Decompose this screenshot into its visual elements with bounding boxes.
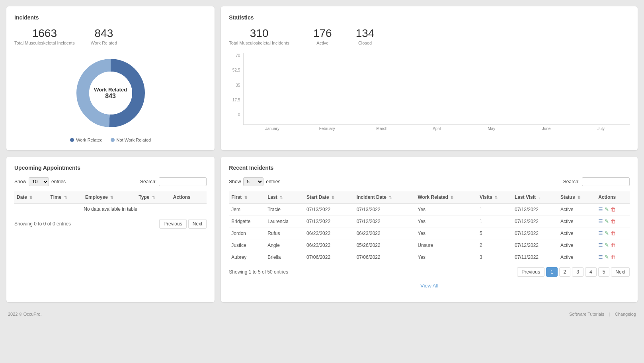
ri-showing-text: Showing 1 to 5 of 50 entries [229,269,288,275]
table-row: Jem Tracie 07/13/2022 07/13/2022 Yes 1 0… [229,204,630,215]
stats-closed-label: Closed [356,41,375,45]
view-all-row: View All [229,277,630,294]
footer-software-tutorials-link[interactable]: Software Tutorials [569,312,604,316]
incidents-card: Incidents 1663 Total Musculoskeletal Inc… [6,6,215,150]
edit-icon[interactable]: ✎ [605,218,609,224]
work-related-label: Work Related [91,41,117,45]
stats-active-number: 176 [313,27,332,40]
bar-label-march: March [356,125,408,131]
sort-icon-employee: ⇅ [110,196,113,200]
delete-icon[interactable]: 🗑 [611,254,616,260]
delete-icon[interactable]: 🗑 [611,218,616,224]
delete-icon[interactable]: 🗑 [611,230,616,236]
donut-label-value: 843 [94,93,127,100]
stats-total-label: Total Musculoskeletal Incidents [229,41,289,45]
view-all-link[interactable]: View All [420,283,438,289]
action-icons: ☰ ✎ 🗑 [598,254,627,260]
ri-search-box: Search: [563,177,630,186]
list-icon[interactable]: ☰ [598,254,603,260]
ri-page-4[interactable]: 4 [585,267,597,277]
bar-chart: 70 52.5 35 17.5 0 [229,53,630,131]
ri-show-entries-group: Show 5 10 25 50 100 entries [229,177,280,186]
delete-icon[interactable]: 🗑 [611,242,616,248]
edit-icon[interactable]: ✎ [605,230,609,236]
list-icon[interactable]: ☰ [598,242,603,248]
ri-col-incident-date[interactable]: Incident Date ⇅ [354,191,416,204]
ri-entries-label: entries [266,179,280,184]
donut-label-title: Work Related [94,87,127,93]
recent-incidents-search-input[interactable] [582,177,630,186]
list-icon[interactable]: ☰ [598,206,603,212]
appointments-search-input[interactable] [159,177,207,186]
edit-icon[interactable]: ✎ [605,254,609,260]
stats-total: 310 Total Musculoskeletal Incidents [229,27,289,45]
edit-icon[interactable]: ✎ [605,242,609,248]
donut-chart-container: Work Related 843 Work Related Not Work R… [14,53,207,142]
bar-label-july: July [575,125,627,131]
ri-col-status[interactable]: Status ⇅ [558,191,596,204]
legend-dot-not-work-related [111,138,115,142]
col-type[interactable]: Type ⇅ [136,191,170,204]
appointments-no-data-row: No data available in table [14,204,207,215]
show-label: Show [14,179,26,184]
table-row: Bridgette Laurencia 07/12/2022 07/12/202… [229,215,630,227]
donut-wrapper: Work Related 843 [71,53,150,133]
col-date[interactable]: Date ⇅ [14,191,48,204]
ri-col-last-visit[interactable]: Last Visit ↕ [512,191,558,204]
ri-show-label: Show [229,179,241,184]
footer-changelog-link[interactable]: Changelog [615,312,636,316]
delete-icon[interactable]: 🗑 [611,206,616,212]
appointments-card: Upcoming Appointments Show 10 5 25 50 10… [6,157,215,302]
col-time[interactable]: Time ⇅ [48,191,83,204]
statistics-title: Statistics [229,14,630,21]
ri-pagination[interactable]: Previous 1 2 3 4 5 Next [517,267,630,277]
ri-page-3[interactable]: 3 [572,267,584,277]
stats-active-label: Active [313,41,332,45]
ri-col-last[interactable]: Last ⇅ [265,191,304,204]
show-entries-group: Show 10 5 25 50 100 entries [14,177,66,186]
bar-label-may: May [465,125,518,131]
table-row: Justice Angie 06/23/2022 05/26/2022 Unsu… [229,239,630,251]
ri-col-visits[interactable]: Visits ⇅ [477,191,512,204]
edit-icon[interactable]: ✎ [605,206,609,212]
legend-work-related: Work Related [70,138,102,142]
ri-page-2[interactable]: 2 [559,267,571,277]
col-actions: Actions [171,191,207,204]
search-label: Search: [140,179,156,184]
incidents-title: Incidents [14,14,207,21]
stats-total-number: 310 [229,27,289,40]
recent-incidents-controls: Show 5 10 25 50 100 entries Search: [229,177,630,186]
work-related-number: 843 [91,27,117,40]
ri-col-start-date[interactable]: Start Date ⇅ [304,191,354,204]
legend-not-work-related: Not Work Related [111,138,151,142]
sort-icon-date: ⇅ [29,196,33,200]
ri-col-work-related[interactable]: Work Related ⇅ [415,191,477,204]
ri-next-button[interactable]: Next [611,267,630,277]
ri-page-1[interactable]: 1 [546,267,558,277]
appointments-next-button[interactable]: Next [188,219,207,229]
ri-search-label: Search: [563,179,580,184]
donut-legend: Work Related Not Work Related [70,138,151,142]
action-icons: ☰ ✎ 🗑 [598,242,627,248]
footer-copyright: 2022 © OccuPro. [8,312,42,316]
list-icon[interactable]: ☰ [598,218,603,224]
action-icons: ☰ ✎ 🗑 [598,206,627,212]
ri-col-actions: Actions [596,191,630,204]
appointments-footer: Showing 0 to 0 of 0 entries Previous Nex… [14,219,207,229]
recent-incidents-show-select[interactable]: 5 10 25 50 100 [243,177,263,186]
ri-col-first[interactable]: First ⇅ [229,191,265,204]
ri-prev-button[interactable]: Previous [517,267,544,277]
appointments-show-select[interactable]: 10 5 25 50 100 [29,177,49,186]
recent-incidents-table: First ⇅ Last ⇅ Start Date ⇅ Incident Dat… [229,191,630,263]
y-axis: 70 52.5 35 17.5 0 [229,53,240,125]
list-icon[interactable]: ☰ [598,230,603,236]
appointments-controls: Show 10 5 25 50 100 entries Search: [14,177,207,186]
total-incidents-stat: 1663 Total Musculoskeletal Incidents [14,27,75,45]
recent-incidents-card: Recent Incidents Show 5 10 25 50 100 ent… [221,157,638,302]
ri-page-5[interactable]: 5 [598,267,610,277]
work-related-stat: 843 Work Related [91,27,117,45]
total-incidents-label: Total Musculoskeletal Incidents [14,41,75,45]
appointments-search-box: Search: [140,177,207,186]
col-employee[interactable]: Employee ⇅ [83,191,136,204]
appointments-prev-button[interactable]: Previous [159,219,187,229]
